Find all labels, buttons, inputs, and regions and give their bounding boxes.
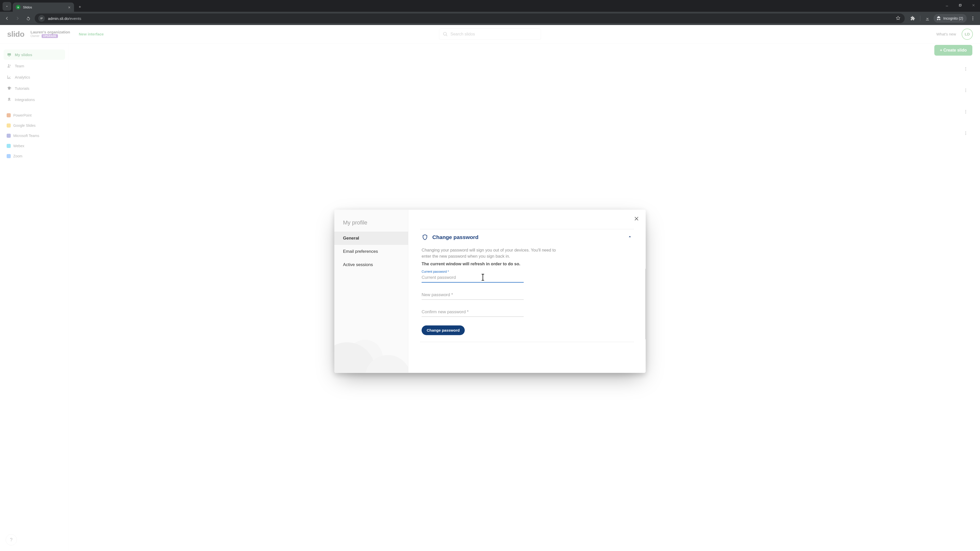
window-close-button[interactable] [968,1,979,9]
modal-nav-general[interactable]: General [334,232,408,245]
svg-rect-0 [959,4,961,6]
tab-title: Slidos [23,5,64,9]
new-tab-button[interactable] [76,3,84,11]
current-password-field: Current password * [422,270,524,283]
incognito-indicator[interactable]: Incognito (2) [934,14,967,23]
svg-point-2 [972,17,973,17]
section-hint: Changing your password will sign you out… [422,247,565,259]
omnibox[interactable]: admin.sli.do/events [35,14,905,23]
new-password-input[interactable] [422,291,524,300]
svg-rect-1 [959,4,961,6]
nav-reload-button[interactable] [24,14,33,23]
field-label: Current password * [422,270,449,273]
toolbar-right: Incognito (2) [908,14,977,23]
section-title: Change password [432,234,623,240]
modal-nav-active-sessions[interactable]: Active sessions [334,258,408,272]
downloads-button[interactable] [923,14,932,23]
decorative-clouds [334,327,408,373]
window-minimize-button[interactable] [941,1,953,9]
incognito-icon [936,16,941,21]
modal-sidebar: My profile General Email preferences Act… [334,210,408,373]
slido-favicon-icon: s [16,5,21,10]
omnibox-url: admin.sli.do/events [48,16,892,21]
browser-tab[interactable]: s Slidos [13,3,74,12]
chevron-up-icon [627,234,632,240]
modal-title: My profile [334,219,408,232]
section-body: Changing your password will sign you out… [420,245,634,342]
extensions-button[interactable] [908,14,918,23]
browser-toolbar: admin.sli.do/events Incognito (2) [0,12,980,25]
confirm-password-input[interactable] [422,308,524,317]
svg-point-4 [972,19,973,20]
change-password-submit[interactable]: Change password [422,326,465,335]
modal-nav-label: Email preferences [343,249,378,254]
window-restore-button[interactable] [955,1,966,9]
browser-window: s Slidos admin.sli.do/events [0,0,980,551]
section-toggle[interactable]: Change password [420,229,634,245]
bookmark-star-icon[interactable] [896,16,901,21]
modal-nav-email-preferences[interactable]: Email preferences [334,245,408,258]
svg-point-3 [972,18,973,19]
modal-content: Change password Changing your password w… [408,210,646,373]
site-info-button[interactable] [38,15,45,22]
modal-nav-label: General [343,236,359,241]
profile-modal: My profile General Email preferences Act… [334,210,646,373]
toolbar-divider [920,16,920,21]
modal-nav-label: Active sessions [343,262,373,267]
close-icon [634,216,639,221]
nav-forward-button[interactable] [13,14,22,23]
nav-back-button[interactable] [3,14,11,23]
incognito-label: Incognito (2) [943,16,963,21]
tab-close-button[interactable] [67,5,72,10]
chrome-menu-button[interactable] [968,14,977,23]
confirm-password-field [422,308,524,317]
url-host: admin.sli.do [48,16,68,21]
new-password-field [422,291,524,300]
window-controls [941,1,979,9]
change-password-section: Change password Changing your password w… [420,229,634,342]
modal-close-button[interactable] [632,213,641,224]
url-path: /events [68,16,81,21]
app-page: slido Lauren's organization Owner UPGRAD… [0,25,980,551]
tabs-dropdown-button[interactable] [3,2,11,11]
section-hint-strong: The current window will refresh in order… [422,262,632,266]
shield-icon [422,234,428,241]
tab-strip: s Slidos [0,0,980,12]
